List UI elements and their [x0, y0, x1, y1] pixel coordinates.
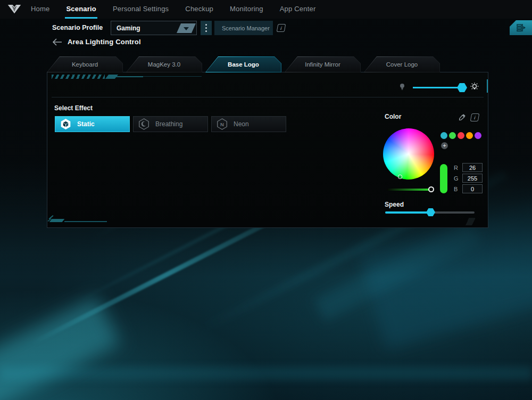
effect-buttons: Static Breathing N Neon [55, 116, 286, 132]
scenario-manager-label: Scenario Manager [222, 25, 270, 31]
color-brightness-slider[interactable] [387, 189, 433, 191]
rgb-red-row: R 26 [454, 163, 483, 172]
hatch-decoration [52, 75, 105, 79]
nav-item-checkup[interactable]: Checkup [184, 0, 214, 19]
scenario-profile-label: Scenario Profile [52, 24, 103, 31]
speed-label: Speed [385, 201, 404, 208]
brightness-high-icon [469, 81, 480, 92]
add-preset-button[interactable]: + [441, 142, 448, 149]
blue-value-field[interactable]: 0 [462, 184, 483, 193]
nav-item-app-center[interactable]: App Center [279, 0, 317, 19]
scenario-profile-value: Gaming [117, 25, 140, 32]
decoration [64, 221, 107, 222]
brightness-slider[interactable] [413, 87, 462, 88]
tab-keyboard[interactable]: Keyboard [47, 56, 123, 72]
info-icon[interactable]: i [470, 113, 480, 121]
decoration [115, 76, 143, 77]
chevron-down-icon [184, 27, 189, 30]
svg-text:N: N [220, 121, 224, 127]
tab-magkey[interactable]: MagKey 3.0 [126, 56, 202, 72]
speed-slider-fill [385, 211, 430, 214]
background-band [0, 366, 532, 380]
preset-swatch[interactable] [449, 132, 456, 139]
breadcrumb: Area Lighting Control [52, 38, 141, 46]
color-section-label: Color [385, 113, 401, 120]
top-nav-bar: Home Scenario Personal Settings Checkup … [0, 0, 532, 19]
select-effect-label: Select Effect [54, 104, 93, 112]
lighting-control-panel: Select Effect Static Breathing [47, 72, 488, 228]
predator-sense-window: Home Scenario Personal Settings Checkup … [0, 0, 532, 400]
green-value-field[interactable]: 255 [462, 174, 483, 183]
back-arrow-icon[interactable] [52, 38, 62, 46]
red-value-field[interactable]: 26 [462, 163, 483, 172]
color-presets [440, 132, 481, 139]
profile-options-button[interactable] [201, 21, 212, 35]
color-wheel[interactable] [383, 128, 434, 179]
scenario-profile-dropdown[interactable]: Gaming [111, 21, 197, 35]
color-brightness-slider-handle[interactable] [428, 186, 434, 192]
info-icon[interactable]: i [277, 24, 286, 32]
brightness-slider-handle[interactable] [457, 83, 467, 92]
effect-static-button[interactable]: Static [55, 116, 130, 132]
tab-cover-logo[interactable]: Cover Logo [364, 56, 440, 72]
decoration [461, 218, 484, 225]
page-title: Area Lighting Control [68, 38, 141, 46]
breathing-effect-icon [138, 118, 150, 130]
tab-infinity-mirror[interactable]: Infinity Mirror [285, 56, 361, 72]
tab-base-logo[interactable]: Base Logo [205, 56, 281, 72]
lighting-zone-tabs: Keyboard MagKey 3.0 Base Logo Infinity M… [47, 56, 440, 72]
nav-items: Home Scenario Personal Settings Checkup … [30, 0, 317, 19]
decoration [49, 219, 65, 222]
preset-swatch[interactable] [475, 132, 481, 139]
selected-color-preview [440, 164, 447, 193]
neon-effect-icon: N [216, 118, 228, 130]
rgb-blue-row: B 0 [454, 184, 483, 193]
eyedropper-icon[interactable] [458, 113, 467, 121]
nav-item-scenario[interactable]: Scenario [65, 0, 97, 19]
preset-swatch[interactable] [458, 132, 464, 139]
effect-neon-button[interactable]: N Neon [211, 116, 286, 132]
scenario-manager-button[interactable]: Scenario Manager [214, 21, 273, 35]
effect-breathing-button[interactable]: Breathing [133, 116, 208, 132]
nav-item-home[interactable]: Home [30, 0, 51, 19]
divider [52, 97, 484, 97]
color-wheel-marker[interactable] [398, 175, 402, 179]
rgb-green-row: G 255 [454, 174, 483, 183]
decoration [143, 76, 202, 77]
background-glow [0, 296, 121, 400]
nav-item-personal-settings[interactable]: Personal Settings [112, 0, 170, 19]
brightness-slider-fill [413, 87, 462, 88]
speed-slider-handle[interactable] [426, 208, 435, 216]
preset-swatch[interactable] [440, 132, 447, 139]
brightness-low-icon [399, 83, 405, 91]
static-effect-icon [60, 118, 72, 130]
panel-list-icon [516, 23, 526, 32]
preset-swatch[interactable] [466, 132, 473, 139]
scroll-indicator [487, 79, 488, 93]
kebab-icon [205, 24, 207, 26]
nav-item-monitoring[interactable]: Monitoring [229, 0, 264, 19]
predator-logo-icon [7, 3, 21, 15]
